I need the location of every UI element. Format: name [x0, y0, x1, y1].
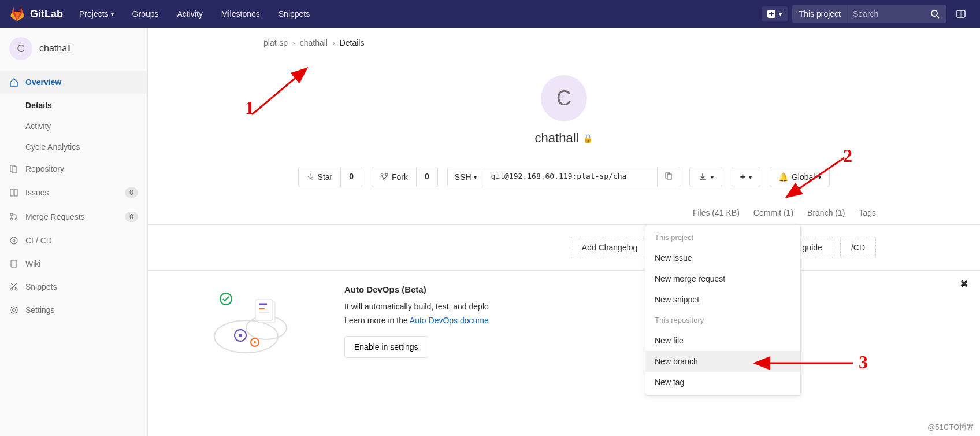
chevron-down-icon: ▾ — [749, 174, 752, 180]
fork-count: 0 — [417, 167, 438, 187]
svg-point-1 — [931, 10, 937, 16]
star-group: ☆Star 0 — [298, 167, 362, 187]
dropdown-new-merge-request[interactable]: New merge request — [645, 268, 800, 289]
star-button[interactable]: ☆Star — [298, 167, 341, 187]
devops-docs-link[interactable]: Auto DevOps docume — [410, 316, 489, 325]
search-button[interactable] — [923, 5, 946, 23]
action-row: ☆Star 0 Fork 0 SSH▾ git@192.168.60.119:p… — [148, 157, 980, 201]
chevron-down-icon: ▾ — [111, 11, 114, 17]
clone-url-field[interactable]: git@192.168.60.119:plat-sp/cha — [484, 167, 658, 187]
chevron-down-icon: ▾ — [711, 174, 714, 180]
stat-files[interactable]: Files (41 KB) — [693, 208, 740, 217]
sidebar-label: CI / CD — [25, 236, 52, 245]
sidebar-sub-activity[interactable]: Activity — [0, 116, 147, 136]
notifications-dropdown[interactable]: 🔔Global▾ — [770, 167, 830, 187]
sidebar-project-header[interactable]: C chathall — [0, 28, 147, 69]
copy-url-button[interactable] — [658, 167, 680, 187]
dropdown-new-issue[interactable]: New issue — [645, 247, 800, 268]
gitlab-logo[interactable]: GitLab — [9, 6, 63, 22]
download-dropdown[interactable]: ▾ — [689, 167, 722, 187]
dropdown-new-branch[interactable]: New branch — [645, 351, 800, 372]
nav-activity[interactable]: Activity — [170, 5, 210, 23]
svg-point-10 — [10, 218, 13, 220]
stats-row: Files (41 KB) Commit (1) Branch (1) Tags — [148, 201, 980, 225]
breadcrumb-current: Details — [340, 38, 365, 47]
svg-point-19 — [385, 173, 388, 176]
project-title-text: chathall — [535, 131, 579, 146]
search-input[interactable] — [848, 5, 923, 23]
fork-group: Fork 0 — [372, 167, 438, 187]
sidebar-item-overview[interactable]: Overview — [0, 71, 147, 94]
top-nav: Projects▾ Groups Activity Milestones Sni… — [72, 5, 317, 23]
new-menu-button[interactable]: ▾ — [762, 6, 788, 21]
dropdown-header-project: This project — [645, 227, 800, 247]
book-icon — [9, 259, 18, 268]
add-files-row: Add Changelog Add License Add Contributi… — [148, 225, 980, 271]
create-dropdown-button[interactable]: +▾ — [732, 167, 760, 187]
nav-groups[interactable]: Groups — [125, 5, 166, 23]
svg-point-16 — [15, 288, 17, 290]
sidebar-item-merge-requests[interactable]: Merge Requests 0 — [0, 205, 147, 229]
sidebar-sub-cycle[interactable]: Cycle Analytics — [0, 136, 147, 157]
sidebar-label: Overview — [25, 77, 61, 87]
sidebar-item-wiki[interactable]: Wiki — [0, 252, 147, 275]
chevron-down-icon: ▾ — [779, 11, 782, 17]
project-title: chathall 🔒 — [148, 131, 980, 146]
sidebar-item-settings[interactable]: Settings — [0, 298, 147, 322]
clone-scheme-dropdown[interactable]: SSH▾ — [447, 167, 484, 187]
stat-commit[interactable]: Commit (1) — [753, 208, 793, 217]
gear-icon — [9, 305, 18, 315]
files-icon — [9, 164, 18, 173]
search-scope[interactable]: This project — [792, 5, 848, 23]
search-wrap: This project — [792, 5, 946, 23]
star-count: 0 — [341, 167, 362, 187]
svg-point-17 — [13, 309, 16, 312]
plus-icon — [767, 10, 775, 18]
fork-button[interactable]: Fork — [372, 167, 417, 187]
svg-point-15 — [10, 288, 13, 290]
add-changelog-button[interactable]: Add Changelog — [571, 237, 649, 258]
stat-tags[interactable]: Tags — [859, 208, 876, 217]
sidebar: C chathall Overview Details Activity Cyc… — [0, 28, 148, 436]
svg-rect-8 — [14, 189, 17, 196]
breadcrumb-group[interactable]: plat-sp — [263, 38, 288, 47]
sidebar-item-issues[interactable]: Issues 0 — [0, 180, 147, 205]
dropdown-new-file[interactable]: New file — [645, 330, 800, 351]
enable-devops-button[interactable]: Enable in settings — [344, 336, 428, 358]
nav-projects[interactable]: Projects▾ — [72, 5, 121, 23]
svg-line-2 — [937, 16, 939, 18]
sidebar-project-name: chathall — [39, 43, 71, 54]
clone-group: SSH▾ git@192.168.60.119:plat-sp/cha — [447, 167, 680, 187]
topbar-right: ▾ This project — [762, 5, 971, 23]
stat-branch[interactable]: Branch (1) — [807, 208, 845, 217]
sidebar-item-cicd[interactable]: CI / CD — [0, 229, 147, 252]
svg-rect-4 — [960, 10, 962, 17]
auto-devops-panel: Auto DevOps (Beta) It will automatically… — [148, 271, 980, 372]
issues-count-badge: 0 — [125, 187, 138, 198]
issues-icon — [9, 188, 18, 197]
dropdown-new-snippet[interactable]: New snippet — [645, 289, 800, 310]
merge-icon — [9, 212, 18, 221]
close-devops-button[interactable]: ✖ — [960, 278, 968, 290]
sidebar-item-repository[interactable]: Repository — [0, 157, 147, 180]
add-cicd-button-partial[interactable]: /CD — [840, 237, 876, 258]
nav-milestones[interactable]: Milestones — [214, 5, 267, 23]
breadcrumb-project[interactable]: chathall — [300, 38, 328, 47]
svg-point-9 — [10, 213, 13, 216]
nav-snippets[interactable]: Snippets — [272, 5, 317, 23]
svg-rect-14 — [11, 260, 17, 267]
dropdown-new-tag[interactable]: New tag — [645, 372, 800, 393]
sidebar-item-snippets[interactable]: Snippets — [0, 275, 147, 298]
sidebar-label: Settings — [25, 305, 55, 315]
sidebar-sub-details[interactable]: Details — [0, 95, 147, 116]
svg-rect-7 — [10, 189, 13, 196]
sidebar-label: Wiki — [25, 259, 40, 268]
svg-point-12 — [10, 237, 17, 244]
dropdown-header-repository: This repository — [645, 310, 800, 330]
bell-icon: 🔔 — [778, 172, 788, 182]
star-icon: ☆ — [307, 172, 314, 182]
svg-point-11 — [15, 218, 17, 220]
svg-point-34 — [254, 341, 256, 343]
todo-icon-button[interactable] — [951, 5, 971, 23]
plus-icon: + — [740, 172, 745, 182]
